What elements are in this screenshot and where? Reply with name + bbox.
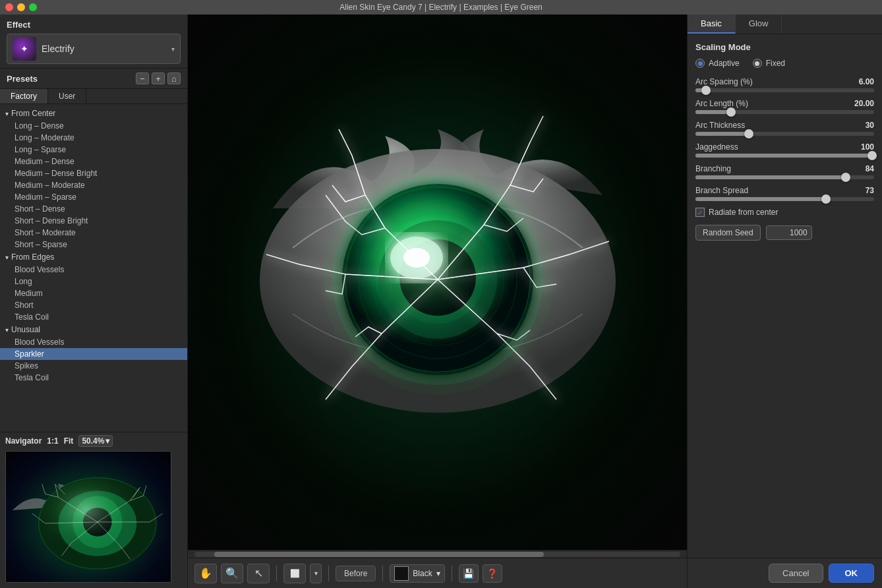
frame-tool-button[interactable]: ⬜ — [283, 564, 306, 583]
list-item[interactable]: Tesla Coil — [0, 372, 187, 384]
center-panel: ✋ 🔍 ↖ ⬜ ▾ Before Black ▾ 💾 ❓ — [188, 15, 688, 588]
jaggedness-thumb[interactable] — [867, 151, 877, 160]
list-item[interactable]: Long – Sparse — [0, 144, 187, 156]
bottom-bar: Cancel OK — [688, 558, 882, 588]
jaggedness-value: 100 — [861, 142, 874, 152]
color-chevron-icon: ▾ — [436, 569, 440, 578]
list-item[interactable]: Long — [0, 276, 187, 287]
toolbar-separator-4 — [452, 566, 452, 581]
color-selector[interactable]: Black ▾ — [390, 564, 444, 583]
navigator-image — [6, 452, 171, 582]
branch-spread-slider[interactable] — [695, 197, 874, 201]
ok-button[interactable]: OK — [829, 564, 875, 583]
canvas-scrollbar[interactable] — [188, 550, 687, 558]
radiate-label: Radiate from center — [709, 208, 778, 217]
preset-plus-button[interactable]: + — [152, 73, 165, 84]
radio-fixed-circle — [753, 59, 762, 68]
maximize-button[interactable] — [29, 3, 37, 11]
navigator-label: Navigator — [5, 436, 42, 446]
arc-length-thumb[interactable] — [726, 107, 736, 117]
branching-slider[interactable] — [695, 175, 874, 179]
branching-fill — [695, 175, 846, 179]
right-content: Scaling Mode Adaptive Fixed Arc Spacing … — [688, 34, 882, 558]
tab-user[interactable]: User — [48, 89, 86, 103]
list-item[interactable]: Tesla Coil — [0, 311, 187, 323]
radio-adaptive-label: Adaptive — [709, 59, 740, 68]
toolbar-separator-2 — [328, 566, 329, 581]
color-label: Black — [413, 569, 432, 578]
chevron-down-icon: ▾ — [171, 45, 175, 53]
select-tool-button[interactable]: ↖ — [247, 564, 270, 583]
scrollbar-thumb[interactable] — [214, 552, 544, 557]
navigator-thumbnail[interactable] — [5, 451, 171, 583]
list-item[interactable]: Medium – Dense — [0, 156, 187, 167]
jaggedness-label: Jaggedness — [695, 142, 738, 152]
group-from-edges[interactable]: From Edges — [0, 250, 187, 264]
arc-length-slider[interactable] — [695, 110, 874, 114]
save-button[interactable]: 💾 — [459, 564, 479, 583]
list-item[interactable]: Blood Vessels — [0, 264, 187, 276]
branching-thumb[interactable] — [841, 173, 850, 182]
seed-input[interactable] — [766, 225, 812, 240]
help-button[interactable]: ❓ — [483, 564, 502, 583]
radiate-checkbox[interactable]: ✓ — [695, 208, 705, 217]
pan-tool-button[interactable]: ✋ — [194, 564, 217, 583]
toolbar-separator — [276, 566, 277, 581]
jaggedness-slider[interactable] — [695, 154, 874, 158]
effect-label: Effect — [7, 20, 181, 30]
list-item[interactable]: Short – Moderate — [0, 227, 187, 239]
arc-spacing-label: Arc Spacing (%) — [695, 77, 753, 86]
tab-glow[interactable]: Glow — [736, 15, 782, 34]
frame-chevron-button[interactable]: ▾ — [310, 564, 322, 583]
param-arc-length: Arc Length (%) 20.00 — [695, 99, 874, 114]
list-item-sparkler[interactable]: Sparkler — [0, 348, 187, 360]
list-item[interactable]: Spikes — [0, 360, 187, 372]
list-item[interactable]: Medium – Dense Bright — [0, 167, 187, 179]
tab-factory[interactable]: Factory — [0, 89, 48, 103]
branch-spread-fill — [695, 197, 826, 201]
presets-list[interactable]: From Center Long – Dense Long – Moderate… — [0, 104, 187, 432]
cancel-button[interactable]: Cancel — [769, 564, 823, 583]
arc-spacing-thumb[interactable] — [701, 86, 711, 95]
list-item[interactable]: Short – Dense — [0, 203, 187, 215]
svg-point-4 — [39, 478, 156, 570]
list-item[interactable]: Long – Dense — [0, 120, 187, 132]
list-item[interactable]: Medium – Moderate — [0, 179, 187, 191]
arc-thickness-slider[interactable] — [695, 132, 874, 136]
navigator-zoom-selector[interactable]: 50.4% ▾ — [78, 435, 113, 447]
list-item[interactable]: Medium — [0, 287, 187, 299]
arc-spacing-slider[interactable] — [695, 88, 874, 92]
list-item[interactable]: Blood Vessels — [0, 336, 187, 348]
list-item[interactable]: Short – Sparse — [0, 239, 187, 250]
navigator-fit-button[interactable]: Fit — [64, 436, 74, 446]
arc-thickness-thumb[interactable] — [744, 129, 753, 138]
radiate-checkbox-row[interactable]: ✓ Radiate from center — [695, 208, 874, 217]
tab-basic[interactable]: Basic — [688, 15, 736, 34]
list-item[interactable]: Medium – Sparse — [0, 191, 187, 203]
scrollbar-track — [194, 552, 680, 557]
eye-artwork — [240, 76, 635, 472]
arc-spacing-value: 6.00 — [859, 77, 874, 86]
list-item[interactable]: Short — [0, 299, 187, 311]
canvas-image — [188, 15, 687, 550]
effect-selector[interactable]: Electrify ▾ — [7, 34, 181, 64]
radio-fixed[interactable]: Fixed — [753, 59, 785, 68]
preset-home-button[interactable]: ⌂ — [167, 73, 181, 84]
arc-thickness-value: 30 — [866, 121, 874, 130]
before-button[interactable]: Before — [336, 566, 376, 581]
branch-spread-thumb[interactable] — [821, 194, 831, 204]
group-unusual[interactable]: Unusual — [0, 323, 187, 336]
param-arc-thickness: Arc Thickness 30 — [695, 121, 874, 136]
list-item[interactable]: Long – Moderate — [0, 132, 187, 144]
canvas-area[interactable] — [188, 15, 687, 550]
preset-minus-button[interactable]: − — [136, 73, 149, 84]
zoom-tool-button[interactable]: 🔍 — [221, 564, 243, 583]
right-panel: Basic Glow Scaling Mode Adaptive Fixed — [688, 15, 882, 588]
radio-adaptive[interactable]: Adaptive — [695, 59, 740, 68]
close-button[interactable] — [5, 3, 13, 11]
random-seed-button[interactable]: Random Seed — [695, 225, 761, 241]
zoom-value: 50.4% — [82, 436, 104, 446]
minimize-button[interactable] — [17, 3, 25, 11]
group-from-center[interactable]: From Center — [0, 107, 187, 120]
list-item[interactable]: Short – Dense Bright — [0, 215, 187, 227]
